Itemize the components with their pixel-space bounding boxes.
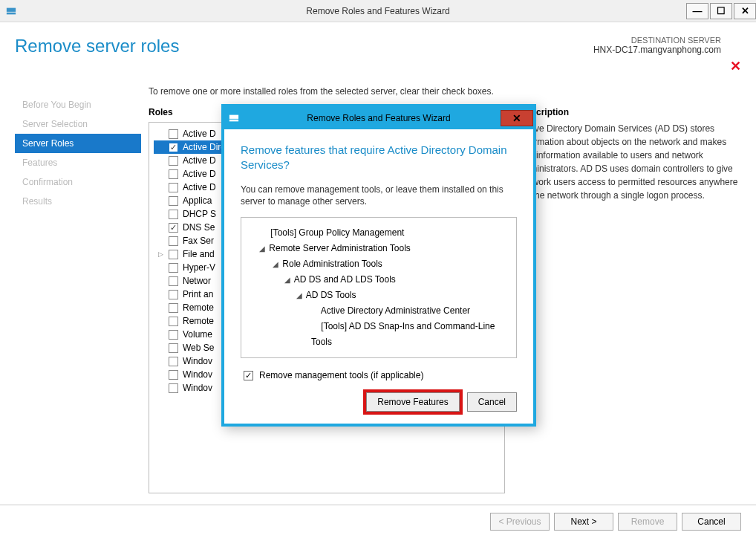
tree-node-label: Role Administration Tools [280, 259, 382, 269]
role-label: Active D [183, 169, 216, 179]
svg-rect-2 [229, 115, 238, 119]
role-label: Windov [183, 356, 212, 366]
next-button[interactable]: Next > [554, 513, 613, 531]
role-label: Networ [183, 276, 211, 286]
role-checkbox[interactable] [169, 169, 178, 179]
role-checkbox[interactable] [169, 210, 178, 219]
feature-tree: [Tools] Group Policy Management◢ Remote … [241, 217, 517, 358]
role-label: DHCP S [183, 209, 216, 219]
tree-node-label: AD DS Tools [304, 290, 356, 300]
dialog-close-button[interactable]: ✕ [501, 110, 533, 126]
dialog-heading: Remove features that require Active Dire… [241, 143, 517, 173]
role-label: Active D [183, 155, 216, 166]
destination-label: DESTINATION SERVER [593, 36, 721, 45]
role-label: Remote [183, 316, 214, 326]
tree-node: ◢ Remote Server Administration Tools [250, 241, 507, 256]
expand-icon: ▷ [157, 250, 164, 258]
remove-features-button[interactable]: Remove Features [366, 392, 459, 412]
instruction-text: To remove one or more installed roles fr… [149, 86, 741, 97]
role-label: Applica [183, 195, 212, 206]
role-label: Active D [183, 182, 216, 192]
remove-mgmt-tools-row[interactable]: Remove management tools (if applicable) [241, 370, 517, 380]
role-description-text: Active Directory Domain Services (AD DS)… [520, 122, 741, 202]
tree-expand-icon: ◢ [259, 242, 267, 256]
tree-expand-icon: ◢ [296, 289, 304, 302]
svg-rect-3 [229, 120, 238, 122]
maximize-button[interactable]: ☐ [710, 3, 732, 19]
role-checkbox[interactable] [169, 223, 178, 233]
wizard-step: Server Roles [15, 134, 141, 153]
role-checkbox[interactable] [169, 143, 178, 152]
role-label: Active D [183, 129, 216, 139]
dialog-subtext: You can remove management tools, or leav… [241, 184, 517, 209]
server-manager-icon [224, 113, 244, 123]
tree-node-label: [Tools] Group Policy Management [268, 227, 404, 238]
remove-mgmt-tools-label: Remove management tools (if applicable) [259, 370, 423, 380]
role-checkbox[interactable] [169, 317, 178, 326]
role-label: Web Se [183, 343, 214, 353]
cancel-button[interactable]: Cancel [682, 513, 741, 531]
role-checkbox[interactable] [169, 370, 178, 380]
role-checkbox[interactable] [169, 357, 178, 366]
tree-node: [Tools] Group Policy Management [250, 225, 507, 241]
remove-features-dialog: Remove Roles and Features Wizard ✕ Remov… [221, 104, 536, 427]
tree-expand-icon: ◢ [273, 258, 280, 271]
wizard-steps-sidebar: Before You BeginServer SelectionServer R… [15, 80, 141, 508]
wizard-step[interactable]: Features [15, 153, 141, 172]
role-checkbox[interactable] [169, 383, 178, 393]
wizard-header: Remove server roles DESTINATION SERVER H… [0, 22, 756, 80]
tree-node-label: Remote Server Administration Tools [267, 243, 411, 253]
close-button[interactable]: ✕ [734, 3, 756, 19]
role-checkbox[interactable] [169, 196, 178, 206]
wizard-step[interactable]: Results [15, 192, 141, 211]
dialog-title: Remove Roles and Features Wizard [307, 113, 450, 123]
tree-node: ◢ AD DS and AD LDS Tools [250, 272, 507, 288]
previous-button[interactable]: < Previous [490, 513, 550, 531]
role-label: Print an [183, 289, 213, 299]
role-checkbox[interactable] [169, 330, 178, 340]
tree-node: ◢ Role Administration Tools [250, 256, 507, 272]
role-label: Hyper-V [183, 262, 215, 273]
tree-node-label: AD DS and AD LDS Tools [292, 274, 396, 285]
role-checkbox[interactable] [169, 303, 178, 313]
role-label: File and [183, 249, 215, 259]
tree-node-label: Active Directory Administrative Center [319, 305, 470, 316]
role-checkbox[interactable] [169, 276, 178, 286]
window-titlebar: Remove Roles and Features Wizard — ☐ ✕ [0, 0, 756, 22]
role-checkbox[interactable] [169, 343, 178, 353]
role-checkbox[interactable] [169, 290, 178, 299]
tree-expand-icon: ◢ [284, 273, 292, 287]
page-title: Remove server roles [15, 36, 593, 56]
tree-node: Active Directory Administrative Center [250, 303, 507, 319]
svg-rect-0 [7, 7, 16, 11]
destination-server-name: HNX-DC17.mangvanphong.com [593, 45, 721, 55]
wizard-step[interactable]: Before You Begin [15, 95, 141, 114]
role-label: Windov [183, 369, 212, 380]
remove-button[interactable]: Remove [618, 513, 677, 531]
dialog-titlebar: Remove Roles and Features Wizard ✕ [224, 107, 533, 129]
minimize-button[interactable]: — [686, 3, 708, 19]
role-label: Remote [183, 302, 214, 313]
server-manager-icon [0, 6, 22, 16]
tree-node: [Tools] AD DS Snap-Ins and Command-Line … [250, 319, 507, 350]
description-column-header: Description [520, 107, 741, 117]
role-checkbox[interactable] [169, 236, 178, 246]
role-checkbox[interactable] [169, 129, 178, 139]
wizard-close-icon[interactable]: ✕ [730, 58, 741, 74]
dialog-cancel-button[interactable]: Cancel [467, 392, 517, 412]
wizard-step[interactable]: Server Selection [15, 114, 141, 134]
role-label: Volume [183, 329, 212, 340]
role-checkbox[interactable] [169, 156, 178, 166]
destination-server-block: DESTINATION SERVER HNX-DC17.mangvanphong… [593, 36, 721, 55]
tree-node: ◢ AD DS Tools [250, 288, 507, 303]
role-checkbox[interactable] [169, 183, 178, 192]
role-label: Windov [183, 383, 212, 393]
wizard-step[interactable]: Confirmation [15, 172, 141, 192]
remove-mgmt-tools-checkbox[interactable] [244, 371, 253, 380]
role-checkbox[interactable] [169, 250, 178, 259]
role-checkbox[interactable] [169, 263, 178, 273]
window-title: Remove Roles and Features Wizard [306, 6, 449, 16]
role-label: DNS Se [183, 222, 215, 233]
svg-rect-1 [7, 12, 16, 14]
wizard-footer: < Previous Next > Remove Cancel [0, 505, 756, 538]
